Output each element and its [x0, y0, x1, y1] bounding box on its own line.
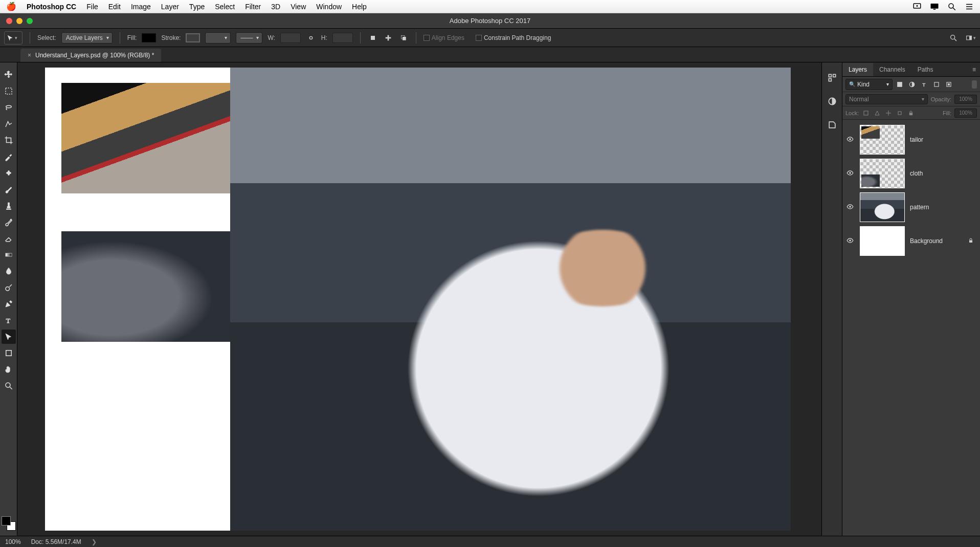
zoom-tool[interactable] [2, 379, 16, 393]
lock-artboard-icon[interactable] [896, 109, 904, 117]
layer-filter-kind[interactable]: Kind [845, 79, 893, 90]
marquee-tool[interactable] [2, 84, 16, 98]
fill-field[interactable]: 100% [954, 108, 977, 118]
layer-thumbnail[interactable] [860, 226, 905, 256]
align-edges-checkbox[interactable] [424, 35, 430, 41]
filter-shape-icon[interactable] [931, 79, 942, 90]
visibility-toggle[interactable] [845, 169, 855, 178]
path-align-icon[interactable] [383, 33, 393, 43]
layer-row-tailor[interactable]: tailor [844, 123, 978, 157]
menu-filter[interactable]: Filter [245, 3, 261, 11]
lock-position-icon[interactable] [884, 109, 893, 117]
lock-all-icon[interactable] [907, 109, 915, 117]
panel-menu-icon[interactable]: ≡ [968, 63, 980, 76]
lasso-tool[interactable] [2, 100, 16, 115]
healing-tool[interactable] [2, 166, 16, 180]
menu-type[interactable]: Type [189, 3, 205, 11]
filter-smart-icon[interactable] [944, 79, 954, 90]
layer-row-cloth[interactable]: cloth [844, 157, 978, 190]
apple-menu-icon[interactable]: 🍎 [6, 2, 16, 11]
layer-name[interactable]: Background [910, 237, 943, 245]
layer-name[interactable]: cloth [910, 170, 923, 177]
menu-image[interactable]: Image [131, 3, 151, 11]
eraser-tool[interactable] [2, 231, 16, 246]
hand-tool[interactable] [2, 362, 16, 377]
foreground-color-swatch[interactable] [2, 516, 11, 526]
search-icon[interactable] [948, 33, 959, 43]
constrain-checkbox[interactable] [476, 35, 482, 41]
tab-layers[interactable]: Layers [842, 63, 873, 76]
stroke-width-dropdown[interactable] [205, 32, 231, 43]
dodge-tool[interactable] [2, 280, 16, 295]
menu-edit[interactable]: Edit [108, 3, 121, 11]
type-tool[interactable]: T [2, 313, 16, 327]
blend-mode-dropdown[interactable]: Normal [845, 94, 928, 104]
menu-layer[interactable]: Layer [161, 3, 179, 11]
app-name[interactable]: Photoshop CC [27, 3, 76, 11]
zoom-level[interactable]: 100% [5, 538, 21, 545]
tab-close-icon[interactable]: × [28, 52, 31, 59]
menu-3d[interactable]: 3D [271, 3, 280, 11]
screen-share-icon[interactable] [912, 2, 922, 11]
crop-tool[interactable] [2, 133, 16, 147]
height-field[interactable] [332, 33, 353, 43]
layer-name[interactable]: tailor [910, 136, 923, 143]
layer-row-background[interactable]: Background [844, 224, 978, 258]
menu-view[interactable]: View [291, 3, 306, 11]
stroke-style-dropdown[interactable]: —— [236, 32, 262, 43]
layer-thumbnail[interactable] [860, 125, 905, 155]
canvas-area[interactable] [17, 62, 821, 536]
libraries-panel-icon[interactable] [826, 119, 838, 131]
visibility-toggle[interactable] [845, 237, 855, 246]
filter-toggle[interactable] [972, 80, 977, 89]
layer-thumbnail[interactable] [860, 192, 905, 222]
layer-thumbnail[interactable] [860, 159, 905, 188]
menu-file[interactable]: File [86, 3, 98, 11]
pen-tool[interactable] [2, 297, 16, 311]
lock-transparent-icon[interactable] [862, 109, 870, 117]
opacity-field[interactable]: 100% [954, 95, 977, 104]
move-tool[interactable] [2, 68, 16, 82]
path-select-tool[interactable] [2, 330, 16, 344]
fill-swatch[interactable] [142, 33, 156, 42]
shape-tool[interactable] [2, 346, 16, 360]
document-canvas[interactable] [45, 68, 791, 531]
tab-channels[interactable]: Channels [873, 63, 911, 76]
workspace-switcher-icon[interactable]: ▾ [966, 33, 976, 43]
spotlight-search-icon[interactable] [947, 2, 956, 11]
path-arrange-icon[interactable] [398, 33, 409, 43]
display-icon[interactable] [930, 2, 939, 11]
layer-name[interactable]: pattern [910, 204, 929, 211]
menu-help[interactable]: Help [352, 3, 367, 11]
blur-tool[interactable] [2, 264, 16, 278]
filter-type-icon[interactable]: T [919, 79, 929, 90]
adjustments-panel-icon[interactable] [826, 95, 838, 107]
visibility-toggle[interactable] [845, 136, 855, 144]
path-op-combine-icon[interactable] [368, 33, 378, 43]
tab-paths[interactable]: Paths [911, 63, 940, 76]
brush-tool[interactable] [2, 182, 16, 196]
visibility-toggle[interactable] [845, 203, 855, 212]
menu-window[interactable]: Window [316, 3, 342, 11]
doc-size-info[interactable]: Doc: 5.56M/17.4M [31, 538, 81, 545]
quick-select-tool[interactable] [2, 117, 16, 131]
lock-pixels-icon[interactable] [873, 109, 881, 117]
menu-list-icon[interactable] [965, 2, 974, 11]
status-more-icon[interactable]: ❯ [92, 538, 97, 545]
link-wh-icon[interactable] [306, 33, 316, 43]
stroke-swatch[interactable] [186, 33, 200, 42]
filter-adjust-icon[interactable] [907, 79, 917, 90]
fg-bg-swatches[interactable] [2, 516, 16, 531]
menu-select[interactable]: Select [215, 3, 235, 11]
history-panel-icon[interactable] [826, 72, 838, 84]
gradient-tool[interactable] [2, 248, 16, 262]
eyedropper-tool[interactable] [2, 149, 16, 164]
current-tool-indicator[interactable]: ▾ [4, 31, 23, 45]
document-tab[interactable]: × Understand_Layers.psd @ 100% (RGB/8) * [20, 49, 161, 62]
width-field[interactable] [280, 33, 301, 43]
stamp-tool[interactable] [2, 199, 16, 213]
select-mode-dropdown[interactable]: Active Layers [61, 32, 113, 43]
layer-row-pattern[interactable]: pattern [844, 190, 978, 224]
history-brush-tool[interactable] [2, 215, 16, 229]
filter-pixel-icon[interactable] [895, 79, 905, 90]
